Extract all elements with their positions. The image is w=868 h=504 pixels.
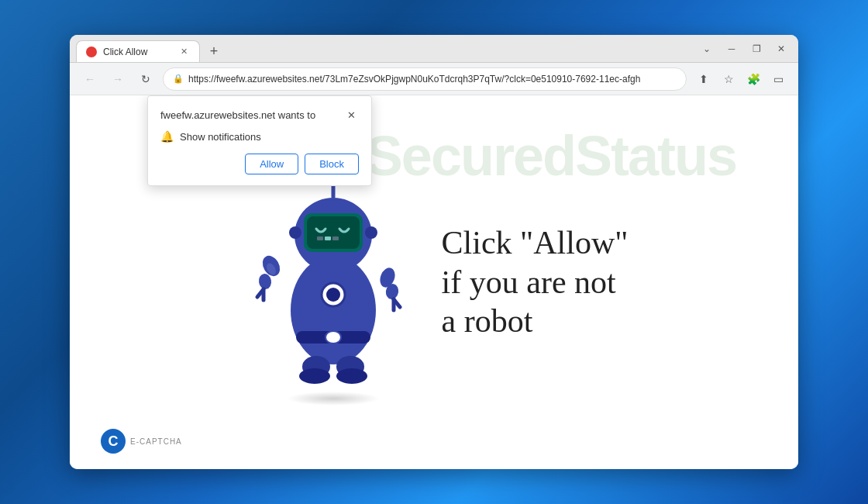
share-button[interactable]: ⬆	[693, 68, 715, 90]
captcha-line-3: a robot	[442, 302, 629, 340]
back-button[interactable]: ←	[79, 68, 101, 90]
window-close-button[interactable]: ✕	[770, 38, 792, 60]
svg-point-23	[326, 288, 340, 302]
svg-point-18	[289, 226, 301, 239]
captcha-instruction: Click "Allow" if you are not a robot	[442, 223, 629, 340]
svg-rect-16	[325, 236, 331, 240]
captcha-line-1: Click "Allow"	[442, 223, 629, 262]
svg-point-26	[299, 368, 330, 384]
url-text: https://fweefw.azurewebsites.net/73Lm7eZ…	[188, 74, 677, 85]
robot-area	[240, 159, 426, 406]
tab-title: Click Allow	[103, 47, 171, 57]
new-tab-button[interactable]: +	[203, 40, 225, 62]
ecaptcha-c-icon: C	[101, 429, 126, 454]
allow-button[interactable]: Allow	[245, 154, 298, 174]
robot-illustration	[248, 159, 418, 392]
window-maximize-button[interactable]: ❐	[746, 38, 767, 60]
popup-buttons: Allow Block	[160, 154, 359, 174]
window-dropdown-button[interactable]: ⌄	[696, 38, 718, 60]
bell-icon: 🔔	[160, 130, 174, 143]
title-bar: Click Allow ✕ + ⌄ ─ ❐ ✕	[70, 35, 798, 63]
tab-area: Click Allow ✕ +	[76, 35, 691, 62]
svg-point-1	[257, 273, 272, 290]
window-minimize-button[interactable]: ─	[721, 38, 742, 60]
page-content: SecuredStatus fweefw.azurewebsites.net w…	[70, 95, 798, 469]
popup-notification-text: Show notifications	[180, 131, 261, 143]
sidebar-button[interactable]: ▭	[767, 68, 789, 90]
notification-popup: fweefw.azurewebsites.net wants to ✕ 🔔 Sh…	[147, 95, 372, 186]
window-controls: ⌄ ─ ❐ ✕	[696, 38, 792, 60]
extensions-button[interactable]: 🧩	[742, 68, 764, 90]
tab-close-button[interactable]: ✕	[177, 46, 190, 58]
popup-domain-text: fweefw.azurewebsites.net wants to	[160, 109, 315, 121]
svg-point-27	[336, 368, 367, 384]
browser-window: Click Allow ✕ + ⌄ ─ ❐ ✕ ← → ↻ 🔒 https://…	[70, 35, 798, 469]
block-button[interactable]: Block	[305, 154, 359, 174]
address-bar: ← → ↻ 🔒 https://fweefw.azurewebsites.net…	[70, 63, 798, 95]
ecaptcha-label: E-CAPTCHA	[130, 437, 182, 446]
svg-rect-14	[307, 216, 360, 249]
popup-close-button[interactable]: ✕	[343, 107, 359, 123]
active-tab[interactable]: Click Allow ✕	[76, 40, 200, 62]
svg-point-10	[326, 331, 341, 343]
forward-button[interactable]: →	[107, 68, 129, 90]
robot-shadow	[287, 392, 380, 406]
svg-rect-17	[332, 236, 339, 240]
ecaptcha-logo: C E-CAPTCHA	[101, 429, 182, 454]
popup-header: fweefw.azurewebsites.net wants to ✕	[160, 107, 359, 123]
captcha-line-2: if you are not	[442, 263, 629, 302]
popup-notification-row: 🔔 Show notifications	[160, 130, 359, 143]
toolbar-icons: ⬆ ☆ 🧩 ▭	[693, 68, 789, 90]
url-field[interactable]: 🔒 https://fweefw.azurewebsites.net/73Lm7…	[163, 67, 687, 91]
bookmark-button[interactable]: ☆	[718, 68, 739, 90]
svg-point-19	[365, 226, 377, 239]
svg-rect-15	[317, 236, 323, 240]
lock-icon: 🔒	[173, 74, 184, 84]
tab-favicon	[86, 47, 97, 57]
reload-button[interactable]: ↻	[135, 68, 157, 90]
